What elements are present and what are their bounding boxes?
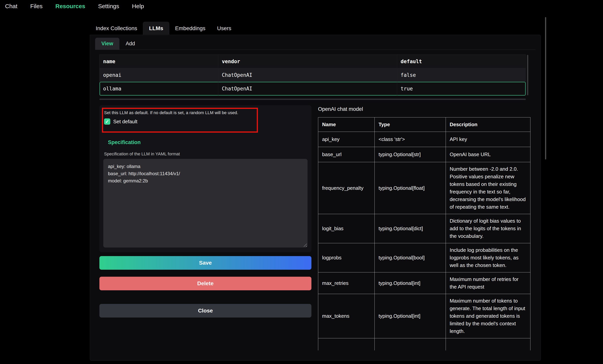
param-description: Maximum number of retries for the API re… [446,273,530,294]
param-row-frequency-penalty: frequency_penalty typing.Optional[float]… [318,162,531,214]
param-type: typing.Optional[str] [374,147,446,162]
top-navbar: Chat Files Resources Settings Help [0,0,603,12]
param-header-row: Name Type Description [318,117,531,132]
param-description: OpenAI base URL [446,147,530,162]
llm-detail-card: Set this LLM as default. If no default i… [99,105,312,252]
llm-header-vendor: vendor [218,55,397,68]
param-description: Include log probabilities on the logprob… [446,243,530,273]
llm-header-default: default [397,55,526,68]
param-row-base-url: base_url typing.Optional[str] OpenAI bas… [318,147,531,162]
param-name: frequency_penalty [318,162,375,214]
param-name: max_tokens [318,294,375,338]
yaml-spec-textarea[interactable]: api_key: ollama base_url: http://localho… [103,159,308,248]
save-button[interactable]: Save [99,256,312,270]
param-row-logprobs: logprobs typing.Optional[bool] Include l… [318,243,531,273]
param-header-type: Type [374,117,446,132]
param-row-partial [318,338,531,350]
param-name: max_retries [318,273,375,294]
table-vertical-scrollbar[interactable] [527,55,528,95]
param-description: Number between -2.0 and 2.0. Positive va… [446,162,530,214]
param-name: logit_bias [318,214,375,243]
llm-row-ollama-selected[interactable]: ollama ChatOpenAI true [100,82,526,95]
param-description: Maximum number of tokens to generate. Th… [446,294,530,338]
nav-item-files[interactable]: Files [30,3,42,10]
param-row-max-retries: max_retries typing.Optional[int] Maximum… [318,273,531,294]
param-type: <class 'str'> [374,132,446,147]
specification-hint: Specification of the LLM in YAML format [104,151,180,157]
nav-item-help[interactable]: Help [132,3,144,10]
subtab-add[interactable]: Add [119,38,141,50]
table-horizontal-scrollbar[interactable] [99,99,526,100]
tab-embeddings[interactable]: Embeddings [169,22,211,34]
param-name: logprobs [318,243,375,273]
set-default-checkbox[interactable]: ✓ [104,118,110,125]
llm-cell-name: ollama [100,82,218,95]
param-description: Dictionary of logit bias values to add t… [446,214,530,243]
param-type: typing.Optional[int] [374,273,446,294]
model-params-table: Name Type Description api_key <class 'st… [318,117,531,350]
set-default-label: Set default [113,119,137,125]
model-params-container: Name Type Description api_key <class 'st… [318,117,531,360]
param-row-max-tokens: max_tokens typing.Optional[int] Maximum … [318,294,531,338]
llm-cell-default: true [397,82,526,95]
llm-row-openai[interactable]: openai ChatOpenAI false [100,68,526,82]
app-window: Chat Files Resources Settings Help Index… [0,0,603,364]
model-info-title: OpenAI chat model [318,106,363,112]
tab-index-collections[interactable]: Index Collections [90,22,143,34]
llm-header-name: name [100,55,218,68]
llm-table-header-row: name vendor default [100,55,526,68]
close-button[interactable]: Close [99,304,312,318]
llm-cell-vendor: ChatOpenAI [218,82,397,95]
page-vertical-scrollbar[interactable] [545,17,546,159]
param-type: typing.Optional[bool] [374,243,446,273]
param-type: typing.Optional[dict] [374,214,446,243]
param-name: api_key [318,132,375,147]
check-icon: ✓ [105,119,109,124]
param-type: typing.Optional[float] [374,162,446,214]
view-add-subtabs: View Add [95,38,535,50]
param-description: API key [446,132,530,147]
llm-list-table: name vendor default openai ChatOpenAI fa… [99,55,526,96]
llms-panel: View Add name vendor default openai Chat… [90,35,541,361]
tab-llms[interactable]: LLMs [143,22,169,34]
param-header-description: Description [446,117,530,132]
param-row-logit-bias: logit_bias typing.Optional[dict] Diction… [318,214,531,243]
llm-cell-name: openai [100,68,218,82]
resource-tabs: Index Collections LLMs Embeddings Users [90,22,237,34]
param-type: typing.Optional[int] [374,294,446,338]
llm-cell-default: false [397,68,526,82]
delete-button[interactable]: Delete [99,277,312,290]
subtab-view[interactable]: View [95,38,119,50]
param-name: base_url [318,147,375,162]
specification-heading: Specification [108,139,141,146]
set-default-row: ✓ Set default [104,118,137,125]
tab-users[interactable]: Users [211,22,237,34]
param-row-api-key: api_key <class 'str'> API key [318,132,531,147]
set-default-hint: Set this LLM as default. If no default i… [104,110,302,115]
llm-cell-vendor: ChatOpenAI [218,68,397,82]
nav-item-chat[interactable]: Chat [5,3,17,10]
nav-item-settings[interactable]: Settings [98,3,119,10]
param-header-name: Name [318,117,375,132]
nav-item-resources[interactable]: Resources [56,3,85,10]
